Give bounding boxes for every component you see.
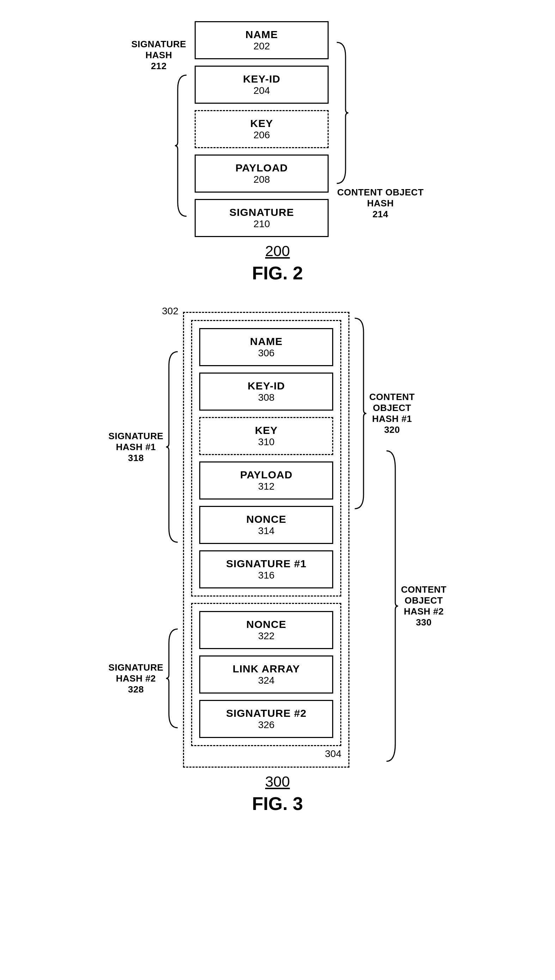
- fig2-right-brace-svg: [335, 39, 349, 187]
- fig2-payload-box: PAYLOAD 208: [195, 154, 329, 193]
- fig3-inner-dashed-box: NAME 306 KEY-ID 308 KEY 310 PAYLOAD: [191, 320, 341, 596]
- fig3-nonce1-box: NONCE 314: [199, 506, 333, 544]
- fig2-left-brace-area: SIGNATURE HASH 212: [131, 39, 188, 220]
- fig3-key-box: KEY 310: [199, 417, 333, 455]
- fig3-title: FIG. 3: [252, 793, 303, 814]
- fig2-key-box: KEY 206: [195, 110, 329, 148]
- fig3-outer-dashed-box: NAME 306 KEY-ID 308 KEY 310 PAYLOAD: [183, 312, 350, 768]
- fig3-sig-hash1-area: SIGNATURE HASH #1 318: [109, 348, 180, 546]
- fig3-sig1-box: SIGNATURE #1 316: [199, 550, 333, 588]
- fig3-right-braces: CONTENT OBJECT HASH #1 320 CONTENT OBJEC…: [353, 312, 446, 768]
- fig3-sig-hash1-label: SIGNATURE HASH #1 318: [109, 431, 164, 464]
- fig3-left-brace-top-svg: [165, 348, 180, 546]
- fig3-content-hash2-area: CONTENT OBJECT HASH #2 330: [385, 447, 446, 765]
- fig3-left-brace-bottom-svg: [165, 625, 180, 731]
- fig3-nonce2-box: NONCE 322: [199, 611, 333, 649]
- fig3-right-brace-top-svg: [353, 315, 367, 512]
- fig2-boxes: NAME 202 KEY-ID 204 KEY 206 PAYLOAD 208 …: [195, 21, 329, 237]
- fig3-lower-dashed-box: NONCE 322 LINK ARRAY 324 SIGNATURE #2 32…: [191, 603, 341, 746]
- fig3-ref304: 304: [325, 748, 342, 760]
- fig2-signature-box: SIGNATURE 210: [195, 199, 329, 237]
- fig2-left-brace-svg: [174, 72, 188, 220]
- fig3-ref304-area: 304: [191, 748, 341, 760]
- fig3-wrapper: SIGNATURE HASH #1 318 SIGNATURE HASH #2 …: [21, 312, 534, 821]
- fig3-payload-box: PAYLOAD 312: [199, 461, 333, 500]
- fig3-section: SIGNATURE HASH #1 318 SIGNATURE HASH #2 …: [21, 312, 534, 821]
- fig3-diagram: SIGNATURE HASH #1 318 SIGNATURE HASH #2 …: [21, 312, 534, 768]
- fig3-ref302: 302: [162, 305, 178, 317]
- fig3-sig-hash2-area: SIGNATURE HASH #2 328: [109, 625, 180, 731]
- fig3-outer-container: 302 NAME 306 KEY-ID 308 KEY: [183, 312, 350, 768]
- fig3-content-hash1-label: CONTENT OBJECT HASH #1 320: [369, 392, 415, 435]
- fig2-content-hash-label: CONTENT OBJECT HASH 214: [337, 187, 423, 220]
- fig2-title: FIG. 2: [252, 262, 303, 284]
- fig3-diagram-label: 300: [265, 773, 290, 790]
- fig2-diagram: SIGNATURE HASH 212 NAME 202 KEY-ID 204 K…: [21, 21, 534, 237]
- fig3-keyid-box: KEY-ID 308: [199, 373, 333, 411]
- fig3-content-hash2-label: CONTENT OBJECT HASH #2 330: [401, 584, 446, 628]
- fig3-right-brace-outer-svg: [385, 447, 399, 765]
- fig3-linkarray-box: LINK ARRAY 324: [199, 655, 333, 694]
- fig3-name-box: NAME 306: [199, 328, 333, 366]
- fig2-sig-hash-label: SIGNATURE HASH 212: [131, 39, 186, 72]
- fig3-left-braces: SIGNATURE HASH #1 318 SIGNATURE HASH #2 …: [109, 312, 180, 768]
- fig3-sig-hash2-label: SIGNATURE HASH #2 328: [109, 662, 164, 695]
- fig3-sig2-box: SIGNATURE #2 326: [199, 700, 333, 738]
- fig2-section: SIGNATURE HASH 212 NAME 202 KEY-ID 204 K…: [21, 14, 534, 291]
- fig2-name-box: NAME 202: [195, 21, 329, 59]
- fig2-diagram-label: 200: [265, 243, 290, 260]
- fig2-right-brace-area: CONTENT OBJECT HASH 214: [335, 39, 423, 220]
- fig2-keyid-box: KEY-ID 204: [195, 66, 329, 104]
